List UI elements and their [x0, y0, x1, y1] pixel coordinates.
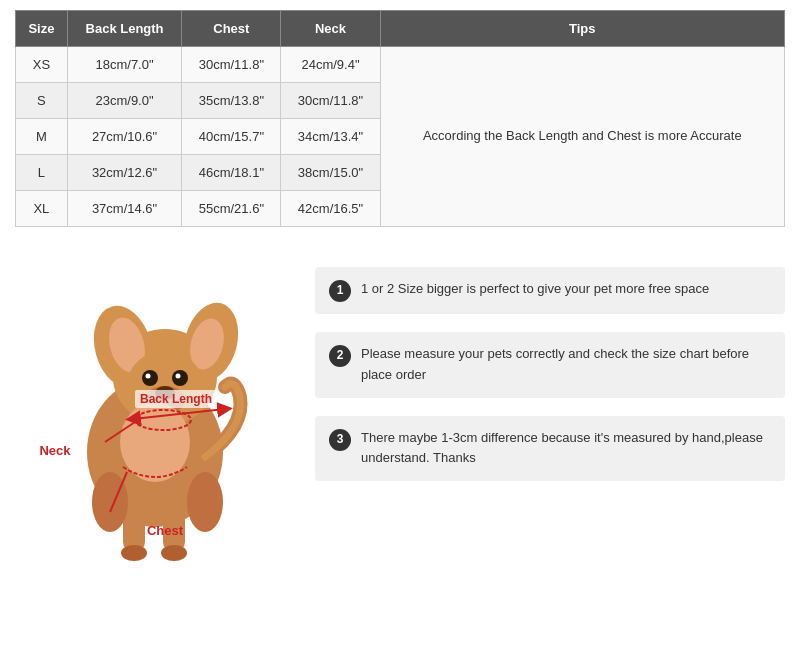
tip-number: 2	[329, 345, 351, 367]
cell-size: XS	[16, 47, 68, 83]
size-chart-table: Size Back Length Chest Neck Tips XS18cm/…	[15, 10, 785, 227]
bottom-section: Back Length Neck Chest 11 or 2 Size bigg…	[0, 247, 800, 582]
cell-back_length: 18cm/7.0"	[67, 47, 181, 83]
tips-cell: According the Back Length and Chest is m…	[380, 47, 784, 227]
cell-chest: 35cm/13.8"	[182, 83, 281, 119]
svg-point-9	[142, 370, 158, 386]
tip-number: 1	[329, 280, 351, 302]
cell-back_length: 32cm/12.6"	[67, 155, 181, 191]
svg-text:Chest: Chest	[147, 523, 184, 538]
cell-neck: 24cm/9.4"	[281, 47, 380, 83]
cell-chest: 40cm/15.7"	[182, 119, 281, 155]
tip-text: There maybe 1-3cm difference because it'…	[361, 428, 771, 470]
cell-neck: 30cm/11.8"	[281, 83, 380, 119]
cell-back_length: 37cm/14.6"	[67, 191, 181, 227]
tips-section: 11 or 2 Size bigger is perfect to give y…	[315, 257, 785, 481]
cell-chest: 30cm/11.8"	[182, 47, 281, 83]
cell-chest: 55cm/21.6"	[182, 191, 281, 227]
cell-size: L	[16, 155, 68, 191]
cell-neck: 38cm/15.0"	[281, 155, 380, 191]
svg-point-12	[176, 374, 181, 379]
table-row: XS18cm/7.0"30cm/11.8"24cm/9.4"According …	[16, 47, 785, 83]
svg-point-16	[121, 545, 147, 561]
svg-point-11	[146, 374, 151, 379]
cell-size: M	[16, 119, 68, 155]
col-neck: Neck	[281, 11, 380, 47]
cell-neck: 42cm/16.5"	[281, 191, 380, 227]
cell-back_length: 27cm/10.6"	[67, 119, 181, 155]
col-size: Size	[16, 11, 68, 47]
tip-item: 3There maybe 1-3cm difference because it…	[315, 416, 785, 482]
svg-point-19	[187, 472, 223, 532]
tip-item: 11 or 2 Size bigger is perfect to give y…	[315, 267, 785, 314]
cell-back_length: 23cm/9.0"	[67, 83, 181, 119]
svg-text:Back Length: Back Length	[140, 392, 212, 406]
svg-text:Neck: Neck	[39, 443, 71, 458]
tip-text: Please measure your pets correctly and c…	[361, 344, 771, 386]
svg-point-10	[172, 370, 188, 386]
cell-size: XL	[16, 191, 68, 227]
tip-item: 2Please measure your pets correctly and …	[315, 332, 785, 398]
cell-neck: 34cm/13.4"	[281, 119, 380, 155]
col-chest: Chest	[182, 11, 281, 47]
svg-point-17	[161, 545, 187, 561]
dog-illustration: Back Length Neck Chest	[15, 257, 295, 567]
tip-text: 1 or 2 Size bigger is perfect to give yo…	[361, 279, 771, 300]
col-back-length: Back Length	[67, 11, 181, 47]
cell-chest: 46cm/18.1"	[182, 155, 281, 191]
size-chart-section: Size Back Length Chest Neck Tips XS18cm/…	[0, 0, 800, 247]
cell-size: S	[16, 83, 68, 119]
tip-number: 3	[329, 429, 351, 451]
dog-image-container: Back Length Neck Chest	[15, 257, 295, 567]
col-tips: Tips	[380, 11, 784, 47]
